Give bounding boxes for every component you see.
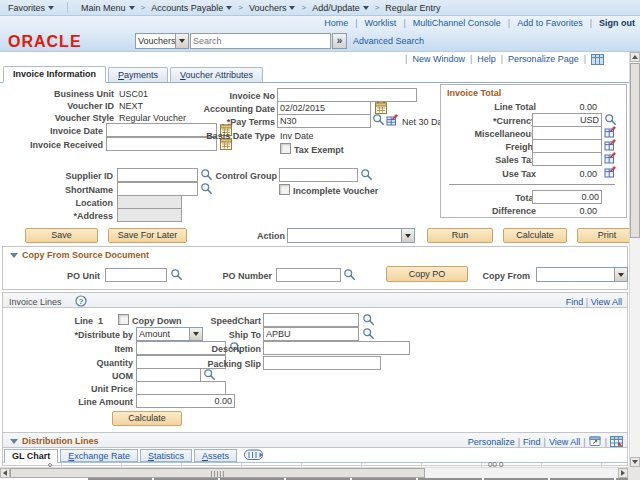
vertical-scroll-thumb[interactable] xyxy=(630,63,640,238)
tab-statistics[interactable]: Statistics xyxy=(140,449,192,462)
invoice-date-input[interactable] xyxy=(106,123,217,137)
chevron-down-icon[interactable] xyxy=(401,229,414,242)
currency-table-icon[interactable] xyxy=(604,139,616,151)
collapse-triangle-icon[interactable] xyxy=(10,439,18,444)
search-scope-select[interactable]: Vouchers xyxy=(135,33,189,49)
unit-price-input[interactable] xyxy=(136,381,226,395)
calculate-button[interactable]: Calculate xyxy=(503,228,567,243)
horizontal-scroll-thumb[interactable] xyxy=(10,468,425,478)
currency-input[interactable] xyxy=(532,113,602,127)
help-link[interactable]: Help xyxy=(477,54,496,64)
magnifier-icon[interactable] xyxy=(170,268,183,281)
accounting-date-input[interactable] xyxy=(277,101,371,115)
view-all-link[interactable]: View All xyxy=(591,297,622,307)
shortname-input[interactable] xyxy=(117,182,198,196)
copy-down-checkbox[interactable] xyxy=(118,314,129,325)
vertical-scrollbar[interactable] xyxy=(629,52,640,467)
magnifier-icon[interactable] xyxy=(362,313,375,326)
tab-gl-chart[interactable]: GL Chart xyxy=(4,449,58,463)
incomplete-voucher-checkbox[interactable] xyxy=(279,184,290,195)
magnifier-icon[interactable] xyxy=(362,327,375,340)
tab-voucher-attributes[interactable]: Voucher Attributes xyxy=(170,67,263,82)
copy-po-button[interactable]: Copy PO xyxy=(386,266,468,282)
save-for-later-button[interactable]: Save For Later xyxy=(108,228,187,243)
currency-table-icon[interactable] xyxy=(604,152,616,164)
control-group-input[interactable] xyxy=(279,168,358,182)
distribution-lines-header[interactable]: Distribution Lines xyxy=(10,436,99,446)
uom-input[interactable] xyxy=(136,368,201,382)
packing-slip-input[interactable] xyxy=(263,356,381,370)
horizontal-scrollbar[interactable] xyxy=(0,467,628,478)
po-number-input[interactable] xyxy=(276,268,341,282)
magnifier-icon[interactable] xyxy=(604,113,617,126)
help-icon[interactable]: ? xyxy=(75,295,87,307)
collapse-triangle-icon[interactable] xyxy=(10,253,18,258)
save-button[interactable]: Save xyxy=(25,228,98,243)
sales-tax-input[interactable] xyxy=(532,152,602,166)
currency-table-icon[interactable] xyxy=(604,126,616,138)
line-calculate-button[interactable]: Calculate xyxy=(112,411,182,426)
scroll-down-arrow[interactable] xyxy=(630,457,640,467)
magnifier-icon[interactable] xyxy=(360,168,373,181)
worklist-link[interactable]: Worklist xyxy=(365,18,397,28)
total-input[interactable] xyxy=(532,190,602,204)
personalize-page-link[interactable]: Personalize Page xyxy=(508,54,579,64)
popup-window-icon[interactable] xyxy=(589,436,602,447)
invoice-no-input[interactable] xyxy=(277,88,417,102)
supplier-id-input[interactable] xyxy=(117,168,198,182)
tab-invoice-information[interactable]: Invoice Information xyxy=(3,66,106,83)
miscellaneous-input[interactable] xyxy=(532,126,602,140)
chevron-down-icon[interactable] xyxy=(175,34,188,48)
search-input[interactable] xyxy=(190,33,331,49)
add-to-favorites-link[interactable]: Add to Favorites xyxy=(517,18,583,28)
sign-out-link[interactable]: Sign out xyxy=(599,18,635,28)
invoice-received-input[interactable] xyxy=(106,137,217,151)
advanced-search-link[interactable]: Advanced Search xyxy=(353,36,424,46)
action-select[interactable] xyxy=(287,228,415,243)
tab-payments[interactable]: Payments xyxy=(108,67,168,82)
tab-assets[interactable]: Assets xyxy=(194,449,237,462)
home-link[interactable]: Home xyxy=(324,18,348,28)
scroll-up-arrow[interactable] xyxy=(630,52,640,62)
menu-main-menu[interactable]: Main Menu xyxy=(81,3,135,13)
find-link[interactable]: Find xyxy=(523,437,541,447)
ship-to-input[interactable] xyxy=(263,327,359,341)
currency-table-icon[interactable] xyxy=(604,166,616,178)
new-window-link[interactable]: New Window xyxy=(412,54,465,64)
line-amount-input[interactable] xyxy=(136,394,235,408)
copy-source-header[interactable]: Copy From Source Document xyxy=(10,250,149,260)
chevron-down-icon[interactable] xyxy=(189,328,202,340)
view-all-link[interactable]: View All xyxy=(549,437,580,447)
po-unit-input[interactable] xyxy=(105,268,167,282)
grid-download-icon[interactable] xyxy=(610,436,623,447)
personalize-link[interactable]: Personalize xyxy=(468,437,515,447)
magnifier-icon[interactable] xyxy=(200,182,213,195)
magnifier-icon[interactable] xyxy=(372,113,385,126)
find-link[interactable]: Find xyxy=(566,297,584,307)
tax-exempt-checkbox[interactable] xyxy=(280,143,291,154)
breadcrumb-add-update[interactable]: Add/Update xyxy=(312,3,369,13)
breadcrumb-vouchers[interactable]: Vouchers xyxy=(249,3,296,13)
description-input[interactable] xyxy=(263,341,410,355)
multichannel-console-link[interactable]: MultiChannel Console xyxy=(413,18,501,28)
currency-table-icon[interactable] xyxy=(386,114,398,126)
pay-terms-input[interactable] xyxy=(277,114,371,128)
copy-from-select[interactable] xyxy=(536,267,628,282)
magnifier-icon[interactable] xyxy=(200,168,213,181)
menu-favorites[interactable]: Favorites xyxy=(8,3,54,13)
run-button[interactable]: Run xyxy=(427,228,493,243)
tab-overflow-pill-icon[interactable] xyxy=(244,449,266,461)
chevron-down-icon[interactable] xyxy=(614,268,627,281)
freight-input[interactable] xyxy=(532,139,602,153)
breadcrumb-accounts-payable[interactable]: Accounts Payable xyxy=(151,3,232,13)
distribute-by-select[interactable]: Amount xyxy=(136,327,203,341)
search-go-button[interactable]: » xyxy=(332,33,347,49)
scroll-left-arrow[interactable] xyxy=(0,468,10,478)
speedchart-input[interactable] xyxy=(263,313,359,327)
scroll-right-arrow[interactable] xyxy=(618,468,628,478)
grid-icon[interactable] xyxy=(591,54,604,65)
print-button[interactable]: Print xyxy=(577,228,637,243)
magnifier-icon[interactable] xyxy=(343,268,356,281)
magnifier-icon[interactable] xyxy=(203,368,216,381)
tab-exchange-rate[interactable]: Exchange Rate xyxy=(60,449,138,462)
